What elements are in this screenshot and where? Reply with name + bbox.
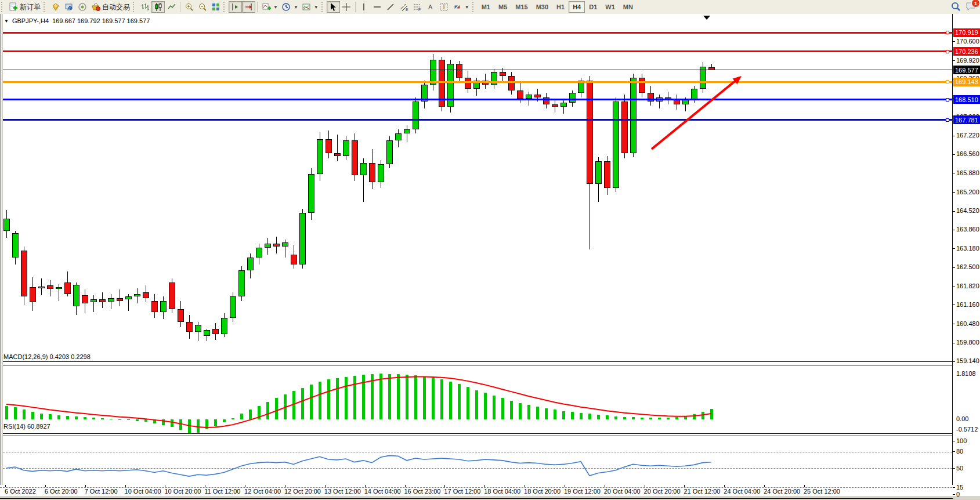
time-axis-label: 24 Oct 04:00 [724, 488, 760, 495]
macd-histogram-bar [327, 379, 330, 419]
zoom-out-button[interactable] [196, 1, 209, 13]
pane-separator[interactable] [0, 365, 953, 365]
cursor-button[interactable] [327, 1, 340, 13]
line-handle[interactable] [946, 80, 949, 84]
price-tick-label: 159.140 [956, 357, 979, 364]
timeframe-button-h1[interactable]: H1 [552, 1, 569, 13]
price-tick [953, 192, 955, 193]
indicators-button[interactable]: ▼ [259, 1, 280, 13]
horizontal-level-line-169.143[interactable] [0, 81, 952, 83]
candle [160, 301, 167, 312]
chat-icon[interactable]: 1 [965, 1, 977, 11]
timeframe-button-m15[interactable]: M15 [511, 1, 531, 13]
price-tick-label: 162.500 [956, 263, 979, 270]
candle [256, 248, 262, 258]
new-order-button[interactable]: 新订单 [6, 1, 42, 13]
macd-histogram-bar [188, 419, 191, 434]
timeframe-button-d1[interactable]: D1 [585, 1, 601, 13]
horizontal-level-line-168.510[interactable] [0, 99, 952, 100]
autotrading-button[interactable]: 自动交易 [89, 1, 132, 13]
rsi-level-line-15 [0, 487, 952, 488]
zoom-in-icon [184, 2, 194, 12]
auto-scroll-button[interactable] [242, 1, 255, 13]
candle [273, 244, 280, 247]
pane-separator[interactable] [0, 436, 953, 436]
equidistant-channel-tool-button[interactable]: E [397, 1, 411, 13]
periods-button[interactable]: ▼ [280, 1, 300, 13]
timeframe-button-m5[interactable]: M5 [494, 1, 511, 13]
candlestick-chart-button[interactable] [151, 1, 165, 13]
vertical-line-icon [359, 2, 369, 12]
line-handle[interactable] [946, 50, 949, 53]
horizontal-level-line-170.236[interactable] [0, 50, 952, 52]
bar-chart-icon [140, 2, 150, 12]
toolbar-drag-handle[interactable] [321, 2, 326, 12]
zoom-in-button[interactable] [182, 1, 196, 13]
chart-shift-button[interactable] [229, 1, 242, 13]
text-label-tool-button[interactable]: T [437, 1, 451, 13]
candle [299, 213, 306, 265]
line-handle[interactable] [946, 31, 949, 34]
bar-chart-button[interactable] [138, 1, 151, 13]
template-icon [302, 2, 312, 12]
macd-histogram-bar [432, 378, 435, 419]
candle [91, 299, 97, 302]
fibonacci-tool-button[interactable]: F [411, 1, 424, 13]
line-handle[interactable] [946, 118, 949, 122]
candle [500, 72, 506, 76]
timeframe-button-m1[interactable]: M1 [478, 1, 494, 13]
candle [108, 298, 114, 302]
timeframe-button-h4[interactable]: H4 [569, 1, 585, 13]
timeframe-button-w1[interactable]: W1 [601, 1, 619, 13]
toolbar-drag-handle[interactable] [223, 2, 227, 12]
arrows-tool-button[interactable]: ▼ [451, 1, 471, 13]
macd-histogram-bar [614, 416, 617, 419]
price-tick [953, 305, 955, 305]
pane-separator[interactable] [0, 433, 953, 434]
trendline-tool-button[interactable] [384, 1, 397, 13]
toolbar-drag-handle[interactable] [472, 2, 476, 12]
price-tick [953, 136, 955, 136]
macd-histogram-bar [597, 415, 600, 419]
toolbar-drag-handle[interactable] [44, 2, 48, 12]
macd-histogram-bar [127, 419, 130, 420]
rsi-axis-label: 100 [956, 437, 967, 444]
horizontal-level-line-170.919[interactable] [0, 32, 952, 34]
crosshair-button[interactable] [340, 1, 353, 13]
macd-histogram-bar [23, 410, 26, 419]
candle [178, 309, 184, 322]
line-chart-button[interactable] [165, 1, 178, 13]
rsi-indicator-label: RSI(14) 60.8927 [3, 423, 50, 430]
candle [613, 102, 619, 188]
candle [151, 301, 158, 312]
text-tool-button[interactable]: A [424, 1, 437, 13]
macd-histogram-bar [66, 416, 69, 419]
line-handle[interactable] [946, 98, 949, 102]
templates-button[interactable]: ▼ [300, 1, 320, 13]
macd-histogram-bar [319, 382, 321, 419]
vertical-line-tool-button[interactable] [357, 1, 371, 13]
price-tick [953, 173, 955, 173]
navigator-icon [64, 2, 74, 12]
horizontal-line-tool-button[interactable] [371, 1, 384, 13]
chart-title[interactable]: ▼ GBPJPY-,H4 169.667 169.792 169.577 169… [3, 17, 152, 25]
price-tick-label: 166.560 [956, 150, 979, 157]
horizontal-level-line-167.781[interactable] [0, 119, 952, 121]
chart-title-dropdown-icon[interactable]: ▼ [4, 19, 9, 24]
timeframe-button-m30[interactable]: M30 [532, 1, 552, 13]
pane-separator[interactable] [0, 361, 953, 362]
tile-windows-button[interactable] [209, 1, 222, 13]
price-badge-170.919: 170.919 [953, 28, 980, 37]
macd-histogram-bar [397, 374, 400, 419]
search-icon[interactable] [950, 1, 960, 11]
signals-button[interactable] [75, 1, 89, 13]
macd-histogram-bar [92, 418, 95, 419]
market-watch-button[interactable] [49, 1, 62, 13]
navigator-button[interactable] [62, 1, 75, 13]
toolbar-drag-handle[interactable] [1, 2, 5, 12]
timeframe-button-mn[interactable]: MN [619, 1, 637, 13]
macd-histogram-bar [458, 384, 461, 419]
price-tick [953, 361, 955, 362]
notification-badge: 1 [971, 0, 980, 8]
toolbar-drag-handle[interactable] [133, 2, 137, 12]
